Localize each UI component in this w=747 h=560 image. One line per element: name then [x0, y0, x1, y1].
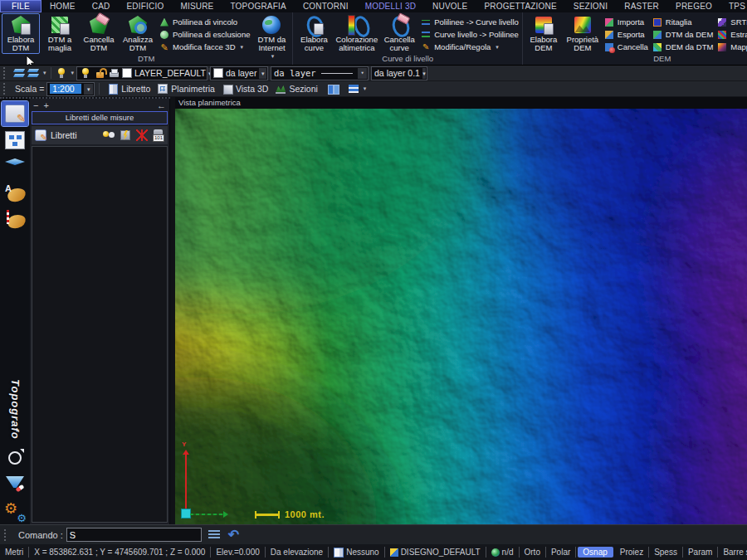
polilinee-curve-livello-button[interactable]: Polilinee -> Curve livello [419, 16, 520, 28]
cancella-curve-button[interactable]: Cancella curve [380, 13, 418, 54]
chevron-down-icon[interactable]: ▾ [358, 68, 367, 79]
mappa-delle-ombre-button[interactable]: Mappa delle ombre [715, 41, 747, 53]
dtm-a-maglia-button[interactable]: DTM a maglia [41, 13, 79, 54]
chevron-down-icon[interactable]: ▾ [84, 84, 93, 95]
strip-annota-testo-button[interactable] [2, 181, 28, 206]
strip-filtro-button[interactable] [2, 472, 28, 497]
menu-home[interactable]: HOME [42, 0, 84, 12]
estrai-curve-liv-button[interactable]: Estrai curve liv. [715, 28, 747, 41]
scale-select[interactable]: 1:200 ▾ [46, 82, 95, 96]
analizza-dtm-button[interactable]: Analizza DTM [119, 13, 157, 54]
chevron-down-icon[interactable]: ▾ [71, 70, 75, 76]
layer-print-icon[interactable] [108, 67, 120, 79]
toolbar-grip[interactable] [4, 529, 10, 541]
strip-orientamento-button[interactable] [2, 446, 28, 470]
status-polar[interactable]: Polar [546, 547, 576, 558]
planimetria-button[interactable]: Planimetria [154, 82, 218, 95]
status-nessuno[interactable]: Nessuno [329, 547, 384, 558]
menu-nuvole[interactable]: NUVOLE [424, 0, 476, 12]
strip-impostazioni-button[interactable] [2, 499, 28, 523]
menu-pregeo[interactable]: PREGEO [667, 0, 720, 12]
menu-misure[interactable]: MISURE [172, 0, 222, 12]
status-metri[interactable]: Metri [0, 547, 29, 558]
libretti-root-item[interactable]: Libretti [51, 130, 77, 140]
status-param[interactable]: Param [683, 547, 718, 558]
flash-icon[interactable] [119, 129, 132, 142]
dem-da-dtm-button[interactable]: DEM da DTM [651, 41, 715, 53]
menu-raster[interactable]: RASTER [616, 0, 667, 12]
status-osnap[interactable]: Osnap [578, 547, 613, 558]
status-disegno-default[interactable]: DISEGNO_DEFAULT [385, 547, 486, 558]
strip-misura-button[interactable] [2, 207, 28, 232]
polilinea-di-esclusione-button[interactable]: Polilinea di esclusione [158, 28, 251, 41]
cancella-dtm-button[interactable]: Cancella DTM [80, 13, 118, 54]
menu-topografia[interactable]: TOPOGRAFIA [222, 0, 294, 12]
layout-button[interactable]: ▾ [344, 82, 370, 95]
panel-collapse-arrow[interactable]: ← [157, 100, 166, 110]
new-layer-icon[interactable] [56, 67, 67, 79]
menu-progettazione[interactable]: PROGETTAZIONE [476, 0, 564, 12]
expand-all-button[interactable]: + [43, 100, 48, 110]
strip-layers-button[interactable] [2, 154, 28, 179]
status-x-853862-631-y-4745609-701-z-0-000[interactable]: X = 853862.631 ; Y = 4745609.701 ; Z = 0… [29, 547, 211, 558]
status-proiez[interactable]: Proiez [615, 547, 649, 558]
strip-schema-button[interactable] [2, 128, 28, 153]
status-spess[interactable]: Spess [649, 547, 683, 558]
toolbar-grip[interactable] [3, 67, 9, 79]
propriet-dem-button[interactable]: Proprietà DEM [564, 13, 602, 54]
ritaglia-button[interactable]: Ritaglia [651, 16, 715, 28]
dem-view[interactable]: Y 1000 mt. [175, 109, 747, 524]
menu-sezioni[interactable]: SEZIONI [565, 0, 616, 12]
curve-livello-polilinee-button[interactable]: Curve livello -> Polilinee [419, 28, 520, 41]
dtm-da-dem-button[interactable]: DTM da DEM [651, 28, 715, 41]
layer-manager-icon[interactable] [13, 67, 25, 79]
menu-file[interactable]: FILE [0, 0, 42, 12]
camera-icon[interactable] [152, 129, 165, 142]
layer-on-icon[interactable] [80, 67, 91, 79]
elabora-dem-button[interactable]: Elabora DEM [525, 13, 563, 54]
srtm3-button[interactable]: SRTM3 [715, 16, 747, 28]
libretto-button[interactable]: Libretto [104, 82, 154, 95]
color-select[interactable]: da layer ▾ [210, 66, 268, 80]
layer-select[interactable]: LAYER_DEFAULT ▾ [76, 66, 208, 80]
command-history-icon[interactable] [208, 530, 220, 540]
status-n-d[interactable]: n/d [486, 547, 520, 558]
layer-unlock-icon[interactable] [94, 67, 105, 79]
libretti-tree[interactable] [32, 146, 168, 523]
elabora-curve-button[interactable]: Elabora curve [295, 13, 333, 54]
menu-edificio[interactable]: EDIFICIO [118, 0, 172, 12]
cancella-button[interactable]: Cancella [603, 41, 650, 53]
layer-color-swatch[interactable] [122, 68, 132, 78]
menu-cad[interactable]: CAD [84, 0, 119, 12]
menu-modelli-3d[interactable]: MODELLI 3D [357, 0, 424, 12]
menu-contorni[interactable]: CONTORNI [295, 0, 357, 12]
undo-icon[interactable]: ↶ [228, 528, 239, 542]
chevron-down-icon[interactable]: ▾ [43, 70, 46, 76]
colorazione-altimetrica-button[interactable]: Colorazione altimetrica [334, 13, 379, 54]
esporta-button[interactable]: Esporta [603, 28, 650, 41]
lineweight-select[interactable]: da layer 0.1 ▾ [371, 66, 427, 80]
linetype-select[interactable]: da layer ▾ [271, 66, 369, 80]
elabora-dtm-button[interactable]: Elabora DTM [2, 13, 40, 54]
sezioni-button[interactable]: Sezioni [271, 82, 320, 95]
modifica-facce-3d-button[interactable]: Modifica facce 3D▾ [158, 41, 251, 53]
bulbs-icon[interactable] [102, 129, 115, 142]
status-elev-0-000[interactable]: Elev.=0.000 [211, 547, 265, 558]
status-barre-strumenti[interactable]: Barre strumenti▾ [718, 547, 747, 558]
polilinea-di-vincolo-button[interactable]: Polilinea di vincolo [158, 16, 251, 28]
chevron-down-icon[interactable]: ▾ [422, 68, 426, 79]
menu-tps[interactable]: TPS [720, 0, 747, 12]
libretti-icon[interactable] [34, 129, 47, 142]
status-da-elevazione[interactable]: Da elevazione [266, 547, 329, 558]
chevron-down-icon[interactable]: ▾ [259, 68, 266, 79]
station-icon[interactable] [135, 129, 149, 142]
layer-states-icon[interactable] [27, 67, 39, 79]
importa-button[interactable]: Importa [603, 16, 650, 28]
modifica-regola-button[interactable]: Modifica/Regola▾ [419, 41, 520, 53]
vista-3d-button[interactable]: Vista 3D [218, 82, 272, 95]
toolbar-grip[interactable] [3, 83, 9, 95]
status-orto[interactable]: Orto [520, 547, 546, 558]
command-input[interactable] [66, 528, 202, 542]
strip-libretti-button[interactable] [2, 101, 28, 126]
tile-views-button[interactable] [324, 82, 342, 95]
